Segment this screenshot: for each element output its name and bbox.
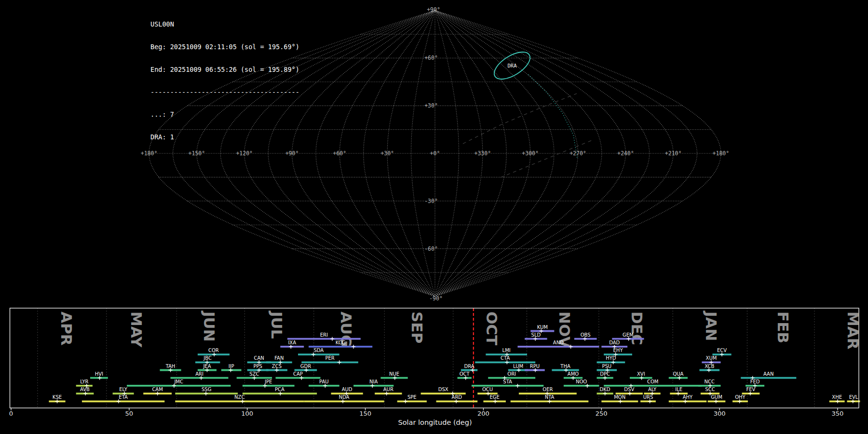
shower-peak-marker-tah bbox=[169, 368, 173, 372]
shower-label-nta: NTA bbox=[545, 394, 555, 400]
shower-peak-marker-fev bbox=[748, 392, 752, 395]
shower-peak-marker-gum bbox=[714, 399, 718, 403]
x-tick-label: 0 bbox=[9, 410, 13, 417]
shower-label-ixa: IXA bbox=[288, 340, 296, 345]
reference-dash-line bbox=[501, 140, 593, 177]
graticule-label: +90° bbox=[285, 150, 299, 157]
shower-peak-marker-cam bbox=[156, 392, 160, 395]
shower-label-cam: CAM bbox=[152, 387, 163, 392]
shower-label-oct: OCT bbox=[460, 371, 470, 377]
x-tick-label: 150 bbox=[359, 410, 371, 417]
shower-peak-marker-per bbox=[338, 360, 341, 364]
shower-label-dsx: DSX bbox=[438, 387, 448, 392]
shower-peak-marker-hvi bbox=[98, 376, 102, 380]
shower-label-tha: THA bbox=[560, 364, 570, 369]
shower-label-obs: OBS bbox=[581, 332, 591, 338]
shower-peak-marker-ixa bbox=[289, 345, 293, 349]
shower-label-lmi: LMI bbox=[502, 348, 511, 353]
shower-peak-marker-ecv bbox=[720, 353, 724, 356]
shower-peak-marker-amo bbox=[571, 376, 575, 380]
shower-label-psu: PSU bbox=[602, 364, 611, 369]
shower-label-lum: LUM bbox=[513, 364, 523, 369]
shower-label-hvi: HVI bbox=[95, 371, 103, 377]
reference-dash-line bbox=[463, 94, 577, 144]
shower-label-iip: IIP bbox=[229, 364, 234, 369]
shower-peak-marker-sld bbox=[533, 337, 537, 341]
session-info: USL00N Beg: 20251009 02:11:05 (sol = 195… bbox=[150, 6, 299, 149]
shower-peak-marker-cta bbox=[505, 360, 509, 364]
x-tick-label: 100 bbox=[241, 410, 253, 417]
shower-peak-marker-urs bbox=[648, 399, 652, 403]
shower-label-pau: PAU bbox=[319, 379, 329, 384]
shower-label-evl: EVL bbox=[849, 394, 858, 400]
shower-peak-marker-evl bbox=[851, 399, 855, 403]
shower-label-ori: ORI bbox=[507, 371, 516, 377]
shower-label-com: COM bbox=[647, 379, 658, 384]
shower-peak-marker-hyd bbox=[611, 360, 615, 364]
shower-label-spe: SPE bbox=[407, 394, 417, 400]
shower-label-kcg: KCG bbox=[336, 340, 346, 345]
shower-label-nia: NIA bbox=[369, 379, 378, 384]
shower-label-scc: SCC bbox=[705, 387, 715, 392]
shower-label-nue: NUE bbox=[389, 371, 399, 377]
shower-label-xum: XUM bbox=[706, 355, 717, 361]
shower-peak-marker-ohy bbox=[738, 399, 742, 403]
graticule-label: +210° bbox=[665, 150, 682, 157]
shower-peak-marker-avb bbox=[83, 392, 87, 395]
shower-label-per: PER bbox=[325, 355, 334, 361]
shower-label-ely: ELY bbox=[119, 387, 128, 392]
shower-peak-marker-xvi bbox=[639, 376, 643, 380]
shower-label-aan: AAN bbox=[763, 371, 773, 377]
shower-label-nda: NDA bbox=[339, 394, 350, 400]
shower-peak-marker-jpe bbox=[263, 384, 267, 388]
shower-label-ecv: ECV bbox=[717, 348, 727, 353]
shower-label-ard: ARD bbox=[452, 394, 462, 400]
month-label-jan: JAN bbox=[703, 311, 720, 341]
graticule-label: +150° bbox=[189, 150, 205, 157]
shower-peak-marker-obs bbox=[583, 337, 587, 341]
shower-peak-marker-qua bbox=[678, 376, 681, 380]
shower-label-zcs: ZCS bbox=[272, 364, 282, 369]
pole-label-south: -90° bbox=[429, 295, 443, 302]
station-id: USL00N bbox=[150, 21, 299, 28]
shower-label-cor: COR bbox=[208, 348, 219, 353]
graticule-label: +0° bbox=[430, 150, 440, 157]
shower-label-kse: KSE bbox=[53, 394, 62, 400]
separator: -------------------------------------- bbox=[150, 89, 299, 96]
shower-peak-marker-aur bbox=[385, 392, 389, 395]
shower-peak-marker-iip bbox=[229, 368, 232, 372]
month-label-may: MAY bbox=[128, 312, 145, 348]
shower-label-jmc: JMC bbox=[174, 379, 183, 384]
shower-peak-marker-sta bbox=[515, 384, 519, 388]
month-label-sep: SEP bbox=[408, 312, 426, 343]
shower-label-fan: FAN bbox=[274, 355, 284, 361]
graticule-label: +30° bbox=[380, 150, 394, 157]
x-tick-label: 250 bbox=[596, 410, 608, 417]
shower-label-ocu: OCU bbox=[482, 387, 493, 392]
shower-label-ari: ARI bbox=[195, 371, 203, 377]
x-axis-title: Solar longitude (deg) bbox=[398, 419, 472, 426]
shower-peak-marker-pca bbox=[278, 392, 282, 395]
meteor-station-plot: { "station": { "lines": [ "USL00N", "Beg… bbox=[0, 0, 868, 434]
shower-peak-marker-noo bbox=[585, 384, 589, 388]
shower-peak-marker-gdr bbox=[304, 368, 308, 372]
shower-peak-marker-kse bbox=[55, 399, 59, 403]
shower-label-tah: TAH bbox=[165, 364, 176, 369]
shower-label-kum: KUM bbox=[537, 325, 548, 330]
shower-peak-marker-rpu bbox=[533, 368, 537, 372]
shower-peak-marker-ari bbox=[199, 376, 203, 380]
graticule-label: +180° bbox=[141, 150, 158, 157]
shower-label-ahy: AHY bbox=[683, 394, 693, 400]
session-end: End: 20251009 06:55:26 (sol = 195.89°) bbox=[150, 66, 299, 74]
shower-peak-marker-eri bbox=[330, 337, 334, 341]
graticule-label: +240° bbox=[617, 150, 634, 157]
shower-label-eta: ETA bbox=[119, 394, 128, 400]
month-label-apr: APR bbox=[58, 312, 75, 346]
shower-label-noo: NOO bbox=[576, 379, 587, 384]
sky-map: +180°+150°+120°+90°+60°+30°+0°+330°+300°… bbox=[0, 0, 868, 306]
shower-peak-marker-dsv bbox=[628, 392, 632, 395]
shower-peak-marker-mon bbox=[618, 399, 622, 403]
graticule-label: +30° bbox=[424, 102, 438, 109]
shower-label-hyd: HYD bbox=[606, 355, 616, 361]
shower-label-nzc: NZC bbox=[234, 394, 244, 400]
